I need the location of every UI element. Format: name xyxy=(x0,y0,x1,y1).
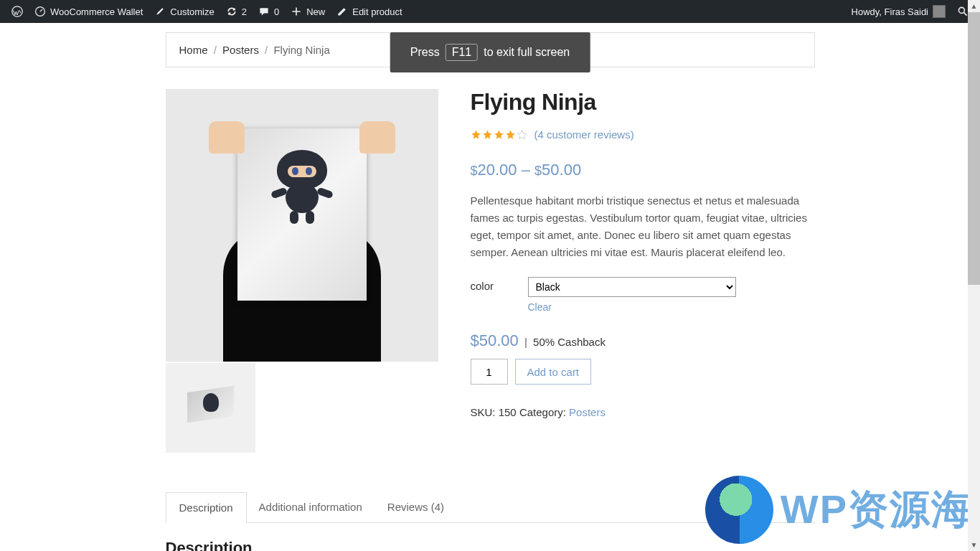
tab-additional-info[interactable]: Additional information xyxy=(246,492,375,522)
variation-row: color Black Clear xyxy=(471,277,815,314)
product: Flying Ninja (4 customer reviews) $20.00… xyxy=(166,89,815,453)
fullscreen-notice: Press F11 to exit full screen xyxy=(390,32,590,72)
comments-link[interactable]: 0 xyxy=(253,0,285,23)
account-link[interactable]: Howdy, Firas Saidi xyxy=(846,0,951,23)
scroll-thumb[interactable] xyxy=(968,12,980,285)
add-to-cart-button[interactable]: Add to cart xyxy=(515,359,592,385)
vertical-scrollbar[interactable]: ▲ ▼ xyxy=(968,0,980,551)
breadcrumb-home[interactable]: Home xyxy=(179,44,208,56)
wordpress-icon xyxy=(11,6,23,17)
refresh-icon xyxy=(226,6,237,17)
star-icon xyxy=(494,129,504,140)
comment-icon xyxy=(258,6,270,17)
site-name-link[interactable]: WooCommerce Wallet xyxy=(29,0,149,23)
category-label: Category: xyxy=(519,406,566,418)
sku-value: 150 xyxy=(499,406,517,418)
updates-link[interactable]: 2 xyxy=(220,0,253,23)
new-label: New xyxy=(306,6,325,17)
product-main-image[interactable] xyxy=(166,89,438,362)
site-name-label: WooCommerce Wallet xyxy=(50,6,143,17)
product-description: Pellentesque habitant morbi tristique se… xyxy=(471,192,815,261)
price-cashback-row: $50.00 | 50% Cashback xyxy=(471,331,815,350)
price-range: $20.00 – $50.00 xyxy=(471,161,815,179)
dashboard-icon xyxy=(34,6,46,17)
fs-key: F11 xyxy=(446,44,479,61)
star-icon xyxy=(471,129,481,140)
updates-count: 2 xyxy=(242,6,247,17)
watermark: WP资源海 xyxy=(705,476,973,544)
rating-row: (4 customer reviews) xyxy=(471,128,815,141)
tab-description[interactable]: Description xyxy=(166,492,247,523)
watermark-logo-icon xyxy=(705,476,773,544)
avatar xyxy=(933,5,946,18)
clear-variation-link[interactable]: Clear xyxy=(528,301,552,313)
tab-reviews[interactable]: Reviews (4) xyxy=(374,492,457,522)
quantity-input[interactable] xyxy=(471,359,508,385)
edit-product-link[interactable]: Edit product xyxy=(331,0,407,23)
add-to-cart-row: Add to cart xyxy=(471,359,815,385)
category-link[interactable]: Posters xyxy=(569,406,606,418)
breadcrumb-category[interactable]: Posters xyxy=(222,44,259,56)
new-link[interactable]: New xyxy=(285,0,331,23)
star-icon xyxy=(517,129,527,140)
watermark-text: WP资源海 xyxy=(781,483,973,537)
pencil-icon xyxy=(336,6,348,17)
howdy-label: Howdy, Firas Saidi xyxy=(852,6,928,17)
sku-label: SKU: xyxy=(471,406,496,418)
cashback-text: 50% Cashback xyxy=(533,336,606,348)
reviews-link[interactable]: (4 customer reviews) xyxy=(534,128,634,141)
breadcrumb-current: Flying Ninja xyxy=(273,44,329,56)
product-gallery xyxy=(166,89,438,453)
scroll-up-arrow[interactable]: ▲ xyxy=(968,0,980,12)
star-icon xyxy=(482,129,493,140)
customize-link[interactable]: Customize xyxy=(149,0,220,23)
comments-count: 0 xyxy=(274,6,279,17)
customize-label: Customize xyxy=(170,6,214,17)
star-icon xyxy=(505,129,516,140)
variation-label: color xyxy=(471,277,499,292)
brush-icon xyxy=(154,6,166,17)
product-summary: Flying Ninja (4 customer reviews) $20.00… xyxy=(471,89,815,453)
product-thumbnail[interactable] xyxy=(166,363,255,453)
fs-press: Press xyxy=(410,46,440,59)
edit-product-label: Edit product xyxy=(352,6,402,17)
breadcrumb-sep: / xyxy=(214,44,217,56)
product-meta: SKU: 150 Category: Posters xyxy=(471,406,815,418)
fs-exit: to exit full screen xyxy=(484,46,570,59)
breadcrumb-sep: / xyxy=(265,44,268,56)
scroll-down-arrow[interactable]: ▼ xyxy=(968,539,980,551)
plus-icon xyxy=(291,6,302,17)
search-icon xyxy=(957,6,969,17)
product-title: Flying Ninja xyxy=(471,89,815,116)
svg-point-2 xyxy=(958,7,964,13)
wp-logo[interactable] xyxy=(6,0,29,23)
color-select[interactable]: Black xyxy=(528,277,736,297)
star-rating xyxy=(471,129,527,140)
wp-admin-bar: WooCommerce Wallet Customize 2 0 New xyxy=(0,0,980,23)
